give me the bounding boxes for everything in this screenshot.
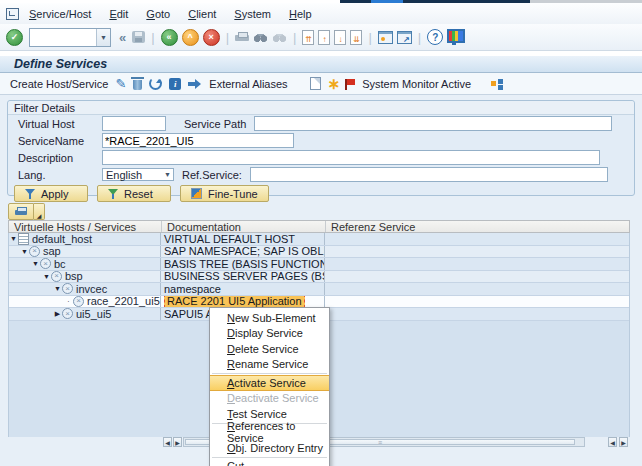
last-page-icon[interactable]: ⇊ [350, 30, 362, 45]
menu-edit[interactable]: Edit [109, 8, 128, 20]
create-shortcut-icon[interactable] [397, 31, 412, 44]
tree-header-row: Virtuelle Hosts / Services Documentation… [8, 220, 630, 233]
toolbar-separator: | [226, 30, 229, 45]
command-field[interactable]: ▼ [29, 28, 111, 47]
fine-tune-icon [191, 188, 202, 199]
system-menu-icon[interactable] [6, 8, 19, 20]
standard-toolbar: ✓ ▼ « | « ^ × | | ⇈ ↑ ↓ ⇊ | | ? [0, 24, 642, 51]
toolbar-separator: | [151, 30, 154, 45]
expand-collapse-icon[interactable]: ▼ [9, 235, 18, 242]
customize-layout-icon[interactable] [447, 29, 465, 43]
ref-service-label: Ref.Service: [182, 169, 242, 181]
new-session-icon[interactable] [378, 31, 393, 44]
expand-collapse-icon[interactable]: ▼ [20, 248, 29, 255]
application-toolbar: Create Host/Service ✎ i External Aliases… [0, 73, 642, 95]
expand-collapse-icon[interactable]: ▼ [42, 273, 51, 280]
external-aliases-button[interactable]: External Aliases [209, 78, 287, 90]
column-header-referenz: Referenz Service [326, 221, 629, 232]
menu-help[interactable]: Help [289, 8, 312, 20]
description-input[interactable] [102, 150, 600, 165]
info-icon[interactable]: i [169, 78, 181, 90]
previous-page-icon[interactable]: ↑ [318, 30, 330, 45]
menu-item-references-to-service[interactable]: References to Service [210, 425, 329, 441]
print-tree-button[interactable]: ◢ [8, 203, 45, 220]
menu-item-activate-service[interactable]: Activate Service [210, 375, 329, 391]
back-icon[interactable]: « [161, 29, 178, 46]
table-row[interactable]: ▼×bc BASIS TREE (BASIS FUNCTIONS) [9, 258, 629, 271]
scroll-left-icon[interactable]: ◀ [163, 437, 172, 447]
service-path-label: Service Path [184, 118, 246, 130]
service-path-input[interactable] [254, 116, 612, 131]
table-row[interactable]: ▼×invcec namespace [9, 283, 629, 296]
screen-title-bar: Define Services [0, 56, 642, 73]
delete-icon[interactable] [133, 80, 142, 90]
language-select[interactable]: English ▼ [102, 168, 174, 181]
menu-service-host[interactable]: Service/Host [29, 8, 91, 20]
service-icon: × [40, 258, 51, 269]
menu-client[interactable]: Client [188, 8, 216, 20]
command-input[interactable] [30, 29, 96, 46]
hierarchy-icon[interactable] [491, 81, 496, 86]
scroll-right-icon-right-pane[interactable]: ▶ [619, 437, 628, 447]
table-row[interactable]: ▼×sap SAP NAMESPACE; SAP IS OBLIGED NOT … [9, 246, 629, 259]
refresh-icon[interactable] [149, 77, 162, 90]
menu-item-cut[interactable]: Cut [210, 459, 329, 466]
service-name-input[interactable] [102, 133, 294, 148]
edit-pencil-icon[interactable]: ✎ [115, 77, 126, 90]
copy-page-icon[interactable] [310, 77, 321, 90]
menu-item-delete-service[interactable]: Delete Service [210, 341, 329, 357]
table-row[interactable]: ▼default_host VIRTUAL DEFAULT HOST [9, 233, 629, 246]
command-dropdown-icon[interactable]: ▼ [96, 29, 110, 46]
collapse-icon[interactable]: « [119, 30, 126, 45]
leaf-bullet-icon: · [64, 298, 73, 305]
scroll-right-icon[interactable]: ▶ [173, 437, 182, 447]
scroll-left-icon-right-pane[interactable]: ◀ [608, 437, 617, 447]
service-icon: × [73, 296, 84, 307]
table-row[interactable]: ▼×bsp BUSINESS SERVER PAGES (BSP) RUNTIM… [9, 271, 629, 284]
reset-button[interactable]: Reset [97, 185, 171, 202]
print-options-dropdown[interactable]: ◢ [34, 203, 45, 220]
column-header-hosts: Virtuelle Hosts / Services [9, 221, 162, 232]
create-host-service-button[interactable]: Create Host/Service [10, 78, 108, 90]
service-icon: × [62, 283, 73, 294]
enter-icon[interactable]: ✓ [6, 29, 23, 46]
service-icon: × [29, 246, 40, 257]
find-icon[interactable] [253, 32, 268, 43]
column-header-documentation: Documentation [162, 221, 326, 232]
service-icon: × [51, 271, 62, 282]
selected-documentation-cell[interactable]: RACE 2201 UI5 Application [164, 296, 305, 308]
expand-collapse-icon[interactable]: ▼ [53, 285, 62, 292]
print-icon[interactable] [235, 32, 249, 43]
apply-button[interactable]: Apply [14, 185, 88, 202]
menu-item-obj-directory-entry[interactable]: Obj. Directory Entry [210, 440, 329, 456]
next-page-icon[interactable]: ↓ [334, 30, 346, 45]
ref-service-input[interactable] [250, 167, 608, 182]
menu-item-display-service[interactable]: Display Service [210, 326, 329, 342]
first-page-icon[interactable]: ⇈ [302, 30, 314, 45]
expand-collapse-icon[interactable]: ▼ [31, 260, 40, 267]
chevron-down-icon: ▼ [164, 171, 173, 178]
filter-details-header: Filter Details [8, 101, 634, 115]
flag-icon [347, 79, 355, 85]
menu-goto[interactable]: Goto [146, 8, 170, 20]
help-icon[interactable]: ? [427, 29, 443, 45]
menu-separator [212, 373, 327, 374]
external-aliases-arrow-icon[interactable] [188, 80, 202, 88]
find-next-icon[interactable] [272, 32, 287, 43]
menu-item-new-sub-element[interactable]: New Sub-Element [210, 310, 329, 326]
menu-item-test-service[interactable]: Test Service [210, 406, 329, 422]
expand-collapse-icon[interactable]: ▶ [53, 310, 62, 318]
context-menu: New Sub-Element Display Service Delete S… [209, 307, 330, 466]
toolbar-separator: | [293, 30, 296, 45]
fine-tune-button[interactable]: Fine-Tune [180, 185, 269, 202]
service-icon: × [62, 308, 73, 319]
virtual-host-label: Virtual Host [18, 118, 102, 130]
menu-system[interactable]: System [234, 8, 271, 20]
exit-icon[interactable]: ^ [182, 29, 199, 46]
menu-item-deactivate-service: Deactivate Service [210, 391, 329, 407]
cancel-icon[interactable]: × [203, 29, 220, 46]
virtual-host-input[interactable] [102, 116, 166, 131]
menu-item-rename-service[interactable]: Rename Service [210, 357, 329, 373]
save-icon[interactable] [132, 31, 145, 43]
language-label: Lang. [18, 169, 102, 181]
